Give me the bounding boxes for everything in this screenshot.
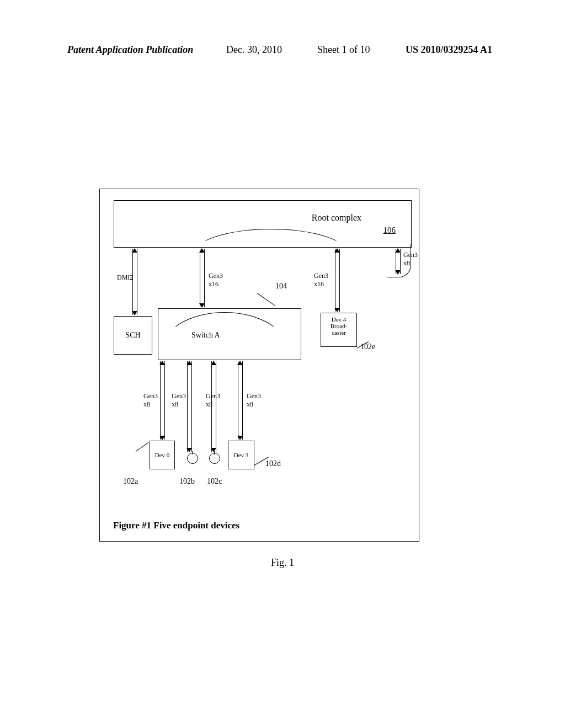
root-complex-ref: 106 [383, 226, 396, 235]
bus-gen3x8-top-label: Gen3x8 [403, 251, 418, 267]
diagram-frame: Root complex 106 DMI2 Gen3x16 Gen3x16 Ge… [99, 189, 419, 542]
header-date: Dec. 30, 2010 [226, 44, 282, 56]
bus-gen3x16-b-label: Gen3x16 [314, 272, 328, 288]
switch-curve [161, 312, 288, 389]
inner-figure-caption: Figure #1 Five endpoint devices [113, 520, 239, 531]
switchA-leader [257, 293, 275, 306]
switchA-ref: 104 [275, 282, 287, 291]
dev0-ref: 102a [123, 477, 138, 486]
sch-label: SCH [125, 331, 140, 339]
header-pubnum: US 2010/0329254 A1 [406, 44, 492, 56]
dev3-label: Dev 3 [234, 452, 249, 458]
endpoint-b-ref: 102b [179, 477, 195, 486]
dev3-box: Dev 3 [228, 441, 254, 469]
dev0-box: Dev 0 [150, 441, 175, 469]
bus-sw-ep1-label: Gen3x8 [172, 392, 186, 409]
dev0-label: Dev 0 [155, 452, 170, 458]
bus-sw-dev3-label: Gen3x8 [247, 392, 261, 409]
figure-caption: Fig. 1 [0, 557, 565, 569]
root-complex-label: Root complex [312, 213, 361, 223]
sch-box: SCH [114, 316, 152, 355]
endpoint-circle-c [209, 453, 220, 464]
bus-sw-dev0-label: Gen3x8 [143, 392, 158, 409]
bus-dmi2-label: DMI2 [117, 274, 133, 282]
endpoint-circle-b [187, 453, 198, 464]
dev4-label: Dev 4Broad-caster [321, 316, 356, 336]
dev3-ref: 102d [265, 459, 281, 468]
bus-gen3x16-a-label: Gen3x16 [209, 272, 223, 288]
endpoint-c-ref: 102c [207, 477, 222, 486]
switch-a-box: Switch A [158, 308, 301, 360]
bus-sw-ep2-label: Gen3x8 [206, 392, 220, 409]
dev4-ref: 102e [360, 342, 375, 351]
switch-a-label: Switch A [191, 331, 220, 340]
dev0-leader [136, 442, 149, 452]
dev4-box: Dev 4Broad-caster [321, 313, 357, 347]
header-sheet: Sheet 1 of 10 [317, 44, 370, 56]
header-left: Patent Application Publication [67, 44, 193, 56]
top-curve [194, 229, 348, 279]
